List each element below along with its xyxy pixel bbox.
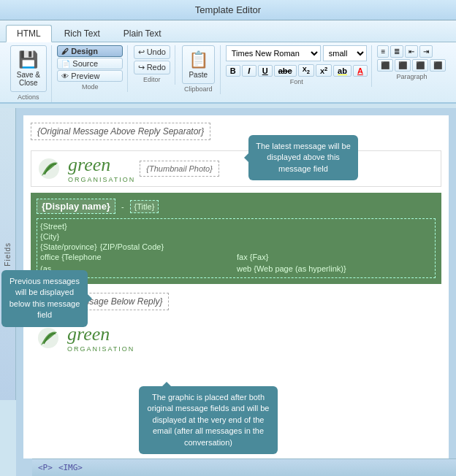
callout-bottom: The graphic is placed after both origina… — [139, 386, 278, 454]
callout-left: Previous messages will be displayed belo… — [1, 270, 88, 327]
fax-row: fax {Fax} — [237, 253, 432, 261]
underline-button[interactable]: U — [258, 65, 273, 77]
p-tag: <P> — [38, 463, 53, 472]
increase-indent-button[interactable]: ⇥ — [419, 45, 433, 58]
street-row: {Street} — [40, 222, 432, 231]
preview-mode-button[interactable]: 👁 Preview — [57, 70, 123, 82]
tab-bar: HTML Rich Text Plain Text — [0, 20, 456, 42]
city-row: {City} — [40, 232, 432, 241]
state-zip-row: {State/province} {ZIP/Postal Code} — [40, 242, 432, 251]
save-close-button[interactable]: 💾 Save & Close — [10, 45, 47, 92]
ribbon-group-actions: 💾 Save & Close Actions — [6, 45, 52, 102]
redo-button[interactable]: ↪ Redo — [134, 61, 170, 74]
window-title: Template Editor — [195, 4, 261, 15]
callout-left-text: Previous messages will be displayed belo… — [10, 277, 80, 319]
design-mode-button[interactable]: 🖌 Design — [57, 45, 123, 57]
telephone-row: office {Telephone — [40, 253, 235, 261]
subscript-button[interactable]: X2 — [298, 64, 314, 77]
tab-html[interactable]: HTML — [6, 25, 52, 42]
save-icon: 💾 — [18, 50, 38, 69]
format-buttons: B I U abc X2 X2 ab A — [226, 64, 368, 77]
mode-buttons: 🖌 Design 📄 Source 👁 Preview — [57, 45, 123, 82]
contact-name-row: {Display name} - {Title} — [37, 199, 436, 214]
logo2-org-text: organisation — [67, 345, 134, 353]
ribbon-group-paragraph: ≡ ≣ ⇤ ⇥ ⬛ ⬛ ⬛ ⬛ Paragraph — [373, 45, 450, 82]
align-center-button[interactable]: ⬛ — [395, 59, 411, 72]
font-name-select[interactable]: Times New Roman — [226, 45, 321, 61]
paragraph-controls: ≡ ≣ ⇤ ⇥ ⬛ ⬛ ⬛ ⬛ — [377, 45, 446, 72]
mode-label: Mode — [82, 83, 99, 91]
logo-org-text: organisation — [68, 176, 135, 183]
paste-icon: 📋 — [189, 50, 208, 69]
contact-details: {Street} {City} {State/province} {ZIP/Po… — [37, 218, 436, 278]
thumbnail-placeholder: {Thumbnail Photo} — [140, 161, 219, 177]
tab-rich-text[interactable]: Rich Text — [53, 25, 111, 42]
unordered-list-button[interactable]: ≡ — [377, 45, 389, 58]
superscript-button[interactable]: X2 — [316, 64, 332, 77]
actions-label: Actions — [18, 93, 39, 101]
font-controls: Times New Roman small B I U abc X2 X2 ab… — [226, 45, 368, 77]
ordered-list-button[interactable]: ≣ — [390, 45, 403, 58]
editor-label: Editor — [143, 76, 161, 83]
align-right-button[interactable]: ⬛ — [412, 59, 428, 72]
fields-sidebar: Fields — [0, 108, 16, 400]
display-name-field: {Display name} — [37, 199, 115, 214]
strikethrough-button[interactable]: abc — [274, 65, 297, 77]
font-size-select[interactable]: small — [323, 45, 367, 61]
align-left-button[interactable]: ⬛ — [377, 59, 393, 72]
status-bar: <P> <IMG> — [32, 458, 456, 476]
contact-grid: office {Telephone fax {Fax} (as web {Web… — [40, 253, 432, 275]
callout-top: The latest message will be displayed abo… — [248, 135, 358, 180]
italic-button[interactable]: I — [242, 65, 256, 77]
paste-button[interactable]: 📋 Paste — [182, 45, 215, 84]
ribbon-group-editor: ↩ Undo ↪ Redo Editor — [129, 45, 175, 85]
source-mode-button[interactable]: 📄 Source — [57, 58, 123, 69]
ribbon-group-clipboard: 📋 Paste Clipboard — [177, 45, 221, 94]
preview-label: Preview — [71, 72, 99, 80]
align-justify-button[interactable]: ⬛ — [430, 59, 446, 72]
undo-button[interactable]: ↩ Undo — [134, 45, 170, 59]
leaf-logo2-svg — [34, 323, 63, 353]
title-field: {Title} — [130, 200, 159, 213]
img-tag: <IMG> — [58, 463, 83, 472]
save-close-label: Save & Close — [17, 71, 40, 87]
paragraph-label: Paragraph — [396, 73, 427, 80]
tab-plain-text[interactable]: Plain Text — [113, 25, 172, 42]
logo-area2: green organisation — [31, 320, 441, 356]
logo-green-text: green — [68, 154, 135, 176]
design-label: Design — [71, 47, 98, 55]
web-row: web {Web page (as hyperlink)} — [237, 264, 432, 273]
logo-thumbnail-area: green organisation {Thumbnail Photo} — [31, 150, 441, 187]
ribbon: 💾 Save & Close Actions 🖌 Design 📄 Source… — [0, 42, 456, 104]
font-label: Font — [290, 78, 303, 85]
ribbon-group-font: Times New Roman small B I U abc X2 X2 ab… — [222, 45, 372, 87]
original-msg-above-block: {Original Message Above Reply Separator} — [31, 123, 441, 145]
undo-redo-buttons: ↩ Undo ↪ Redo — [134, 45, 170, 74]
leaf-logo-svg — [34, 154, 64, 183]
callout-bottom-text: The graphic is placed after both origina… — [148, 393, 270, 447]
highlight-button[interactable]: ab — [333, 65, 352, 77]
font-color-button[interactable]: A — [353, 65, 368, 77]
paste-label: Paste — [189, 71, 208, 79]
sidebar-label: Fields — [4, 242, 12, 266]
title-bar: Template Editor — [0, 0, 456, 20]
source-label: Source — [72, 59, 98, 68]
clipboard-label: Clipboard — [184, 85, 213, 93]
original-msg-above-field: {Original Message Above Reply Separator} — [31, 123, 210, 140]
callout-top-text: The latest message will be displayed abo… — [256, 142, 351, 173]
logo2-text-block: green organisation — [67, 323, 134, 353]
decrease-indent-button[interactable]: ⇤ — [405, 45, 418, 58]
ribbon-group-mode: 🖌 Design 📄 Source 👁 Preview Mode — [53, 45, 128, 92]
bold-button[interactable]: B — [226, 65, 240, 77]
contact-block: {Display name} - {Title} {Street} {City}… — [31, 193, 441, 284]
logo-text-block: green organisation — [68, 154, 135, 183]
